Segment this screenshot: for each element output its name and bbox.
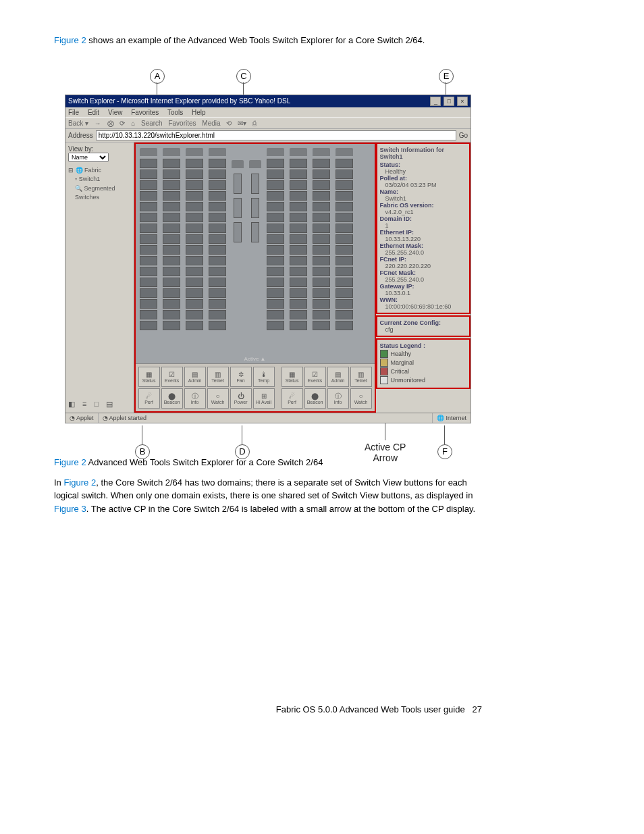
intro-text: shows an example of the Advanced Web Too… [86, 35, 425, 45]
figure-2-link[interactable]: Figure 2 [63, 477, 96, 488]
sv-status-button[interactable]: ▦Status [138, 367, 160, 387]
status-applet: ◔ Applet [65, 413, 99, 423]
button-row-2: ☄Perf⬤BeaconⓘInfo○Watch⏻Power⊞Hi Avail☄P… [138, 388, 372, 409]
legend-healthy: Healthy [380, 350, 466, 358]
go-button[interactable]: Go [459, 132, 468, 139]
menu-view[interactable]: View [108, 109, 123, 116]
close-button[interactable]: × [457, 97, 468, 106]
sv-telnet-button[interactable]: ▥Telnet [350, 367, 372, 387]
sv-perf-button[interactable]: ☄Perf [138, 388, 160, 409]
media-button[interactable]: Media [202, 120, 220, 127]
page-footer: Fabric OS 5.0.0 Advanced Web Tools user … [54, 704, 482, 714]
cp-card[interactable] [234, 174, 242, 194]
ports-grid [136, 144, 375, 356]
callout-f: F [437, 444, 452, 459]
tree-bottom-icons[interactable]: ◧ ≡ □ ▤ [67, 397, 132, 411]
menu-help[interactable]: Help [192, 109, 206, 116]
toolbar: Back ▾ → ⨂ ⟳ ⌂ Search Favorites Media ⟲ … [65, 118, 471, 129]
fabric-tree: ⊟ 🌐 Fabric ▫ Switch1 🔍 Segmented Switche… [67, 163, 132, 205]
sv-events-button[interactable]: ☑Events [304, 367, 326, 387]
tree-root[interactable]: ⊟ 🌐 Fabric [68, 166, 131, 176]
status-internet: 🌐 Internet [433, 413, 471, 423]
legend-marginal: Marginal [380, 359, 466, 367]
sv-power-button[interactable]: ⏻Power [230, 388, 252, 409]
switch-view-pane: Active ▲ ▦Status☑Events▤Admin▥Telnet✲Fan… [134, 142, 376, 413]
caption-label: Figure 2 [54, 457, 86, 467]
legend-title: Status Legend : [380, 342, 466, 349]
figure-2: A C E B D F Active CP Arrow Switch Explo… [54, 74, 482, 403]
figure-caption: Figure 2 Advanced Web Tools Switch Explo… [54, 457, 482, 467]
switch-view-buttons: ▦Status☑Events▤Admin▥Telnet✲Fan🌡Temp▦Sta… [136, 363, 375, 411]
sv-events-button[interactable]: ☑Events [161, 367, 183, 387]
callout-c: C [236, 69, 251, 84]
callout-e: E [439, 69, 454, 84]
port-column [140, 148, 157, 352]
menu-tools[interactable]: Tools [167, 109, 183, 116]
left-pane: View by: Name ⊟ 🌐 Fabric ▫ Switch1 🔍 Seg… [65, 142, 134, 413]
sv-info-button[interactable]: ⓘInfo [327, 388, 349, 409]
status-legend-panel: Status Legend : HealthyMarginalCriticalU… [376, 338, 471, 389]
main-area: View by: Name ⊟ 🌐 Fabric ▫ Switch1 🔍 Seg… [65, 142, 471, 413]
sv-admin-button[interactable]: ▤Admin [184, 367, 206, 387]
zone-config-panel: Current Zone Config: cfg [376, 315, 471, 337]
port[interactable] [140, 159, 157, 168]
callout-a: A [150, 69, 165, 84]
sv-beacon-button[interactable]: ⬤Beacon [161, 388, 183, 409]
sv-info-button[interactable]: ⓘInfo [184, 388, 206, 409]
legend-unmonitored: Unmonitored [380, 376, 466, 384]
sv-temp-button[interactable]: 🌡Temp [253, 367, 275, 387]
sv-beacon-button[interactable]: ⬤Beacon [304, 388, 326, 409]
search-button[interactable]: Search [141, 120, 163, 127]
sv-telnet-button[interactable]: ▥Telnet [207, 367, 229, 387]
cp-column-0 [232, 148, 244, 352]
maximize-button[interactable]: □ [444, 97, 454, 106]
address-bar: Address Go [65, 129, 471, 142]
cp-column-1 [249, 148, 261, 352]
sv-fan-button[interactable]: ✲Fan [230, 367, 252, 387]
mail-button[interactable]: ✉▾ [238, 120, 246, 127]
intro-paragraph: Figure 2 shows an example of the Advance… [54, 34, 482, 47]
active-cp-indicator: Active ▲ [136, 356, 375, 363]
menu-file[interactable]: File [68, 109, 79, 116]
sv-perf-button[interactable]: ☄Perf [281, 388, 303, 409]
caption-text: Advanced Web Tools Switch Explorer for a… [86, 457, 323, 467]
menu-favorites[interactable]: Favorites [131, 109, 159, 116]
sv-watch-button[interactable]: ○Watch [350, 388, 372, 409]
info-title: Switch Information for Switch1 [380, 147, 466, 160]
forward-button[interactable]: → [95, 120, 101, 127]
window-title: Switch Explorer - Microsoft Internet Exp… [68, 97, 290, 105]
address-label: Address [68, 132, 93, 139]
address-input[interactable] [96, 130, 456, 140]
legend-critical: Critical [380, 367, 466, 375]
minimize-button[interactable]: _ [430, 97, 441, 106]
menubar: File Edit View Favorites Tools Help [65, 107, 471, 118]
button-row-1: ▦Status☑Events▤Admin▥Telnet✲Fan🌡Temp▦Sta… [138, 367, 372, 387]
figure-link-top[interactable]: Figure 2 [54, 35, 86, 45]
titlebar: Switch Explorer - Microsoft Internet Exp… [65, 95, 471, 107]
figure-3-link[interactable]: Figure 3 [54, 504, 86, 514]
stop-button[interactable]: ⨂ [107, 120, 114, 127]
callout-d: D [235, 444, 250, 459]
menu-edit[interactable]: Edit [88, 109, 99, 116]
sv-hi-avail-button[interactable]: ⊞Hi Avail [253, 388, 275, 409]
refresh-button[interactable]: ⟳ [119, 120, 125, 127]
back-button[interactable]: Back ▾ [68, 120, 88, 127]
body-paragraph: In Figure 2, the Core Switch 2/64 has tw… [54, 476, 482, 516]
statusbar: ◔ Applet ◔ Applet started 🌐 Internet [65, 413, 471, 423]
sv-admin-button[interactable]: ▤Admin [327, 367, 349, 387]
sv-watch-button[interactable]: ○Watch [207, 388, 229, 409]
sv-status-button[interactable]: ▦Status [281, 367, 303, 387]
page-number: 27 [473, 704, 482, 714]
status-applet-started: ◔ Applet started [99, 413, 433, 423]
favorites-button[interactable]: Favorites [168, 120, 196, 127]
tree-segmented[interactable]: 🔍 Segmented Switches [68, 184, 131, 203]
print-button[interactable]: ⎙ [252, 120, 257, 127]
tree-switch1[interactable]: ▫ Switch1 [68, 175, 131, 184]
history-button[interactable]: ⟲ [226, 120, 232, 127]
active-cp-arrow-label: Active CP Arrow [365, 442, 406, 463]
viewby-select[interactable]: Name [68, 153, 109, 162]
callout-b: B [135, 444, 150, 459]
footer-text: Fabric OS 5.0.0 Advanced Web Tools user … [276, 704, 465, 714]
home-button[interactable]: ⌂ [131, 120, 135, 127]
switch-info-panel: Switch Information for Switch1 Status:He… [376, 142, 471, 314]
